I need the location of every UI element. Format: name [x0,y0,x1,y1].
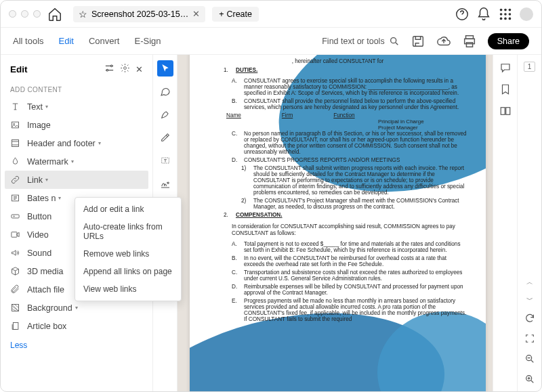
rotate-icon[interactable] [524,313,535,325]
tab-title: Screenshot 2025-03-15… [91,9,188,19]
search-placeholder: Find text or tools [322,37,384,46]
pdf-page: , hereinafter called CONSULTANT for1.DUT… [190,55,486,392]
bookmark-icon[interactable] [499,83,512,95]
page-down-icon[interactable]: ﹀ [526,295,533,305]
svg-point-10 [390,37,396,43]
close-panel-icon[interactable]: ✕ [136,64,143,74]
submenu-remove-web-links[interactable]: Remove web links [75,245,181,263]
svg-point-5 [504,13,507,16]
svg-point-2 [504,8,507,11]
pen-tool[interactable] [157,106,173,123]
gear-icon[interactable] [120,63,130,75]
svg-point-15 [110,65,112,67]
print-icon[interactable] [462,34,477,49]
home-icon[interactable] [47,7,62,22]
sidebar-item-label: Text [27,102,43,112]
sidebar-item-background[interactable]: Background▾ [1,299,152,317]
svg-rect-18 [12,122,19,128]
less-toggle[interactable]: Less [1,335,152,355]
attach-icon [10,284,20,295]
submenu-auto-create-links-from-urls[interactable]: Auto-create links from URLs [75,218,181,245]
text-icon [10,102,20,112]
svg-point-16 [106,69,108,71]
fit-icon[interactable] [524,333,535,345]
textbox-tool[interactable] [157,152,173,169]
sidebar-item-text[interactable]: Text▾ [1,97,152,116]
sidebar-item-label: Link [27,175,43,185]
cloud-upload-icon[interactable] [436,34,451,49]
svg-rect-32 [505,108,509,115]
window-controls[interactable] [9,10,41,18]
svg-point-1 [500,8,503,11]
svg-point-8 [504,17,507,20]
watermark-icon [10,156,20,167]
sliders-icon[interactable] [104,63,114,75]
create-tab[interactable]: + Create [212,7,259,22]
highlight-tool[interactable] [157,129,173,146]
sidebar-item-image[interactable]: Image [1,116,152,134]
zoom-out-icon[interactable] [524,353,535,366]
sidebar-item-label: Image [27,121,51,130]
article-box-icon [10,321,20,331]
menu-convert[interactable]: Convert [89,36,120,46]
panel-title: Edit [10,64,99,74]
plus-icon: + [219,9,224,19]
search-box[interactable]: Find text or tools [322,36,399,47]
chevron-down-icon: ▾ [45,177,48,183]
right-rail-tools [493,55,517,392]
traffic-max[interactable] [33,10,41,18]
submenu-view-web-links[interactable]: View web links [75,280,181,298]
save-icon[interactable] [411,34,425,49]
chevron-down-icon: ▾ [45,104,48,110]
svg-point-6 [509,13,512,16]
help-icon[interactable] [455,7,470,22]
svg-rect-24 [12,232,17,238]
sidebar-item-link[interactable]: Link▾ [5,171,148,189]
svg-rect-20 [12,140,19,147]
traffic-close[interactable] [9,10,16,18]
page-number-input[interactable]: 1 [524,62,536,72]
apps-icon[interactable] [498,7,513,22]
3d-icon [10,266,20,276]
menu-edit[interactable]: Edit [59,36,74,46]
add-content-label: ADD CONTENT [1,82,152,97]
sidebar-item-label: Watermark [27,157,68,167]
document-viewport[interactable]: , hereinafter called CONSULTANT for1.DUT… [178,55,493,392]
right-rail-nav: 1 ︿ ﹀ [517,55,541,392]
svg-rect-11 [413,36,423,46]
svg-point-17 [124,67,127,70]
menu-esign[interactable]: E-Sign [134,36,161,46]
menu-all-tools[interactable]: All tools [13,36,44,46]
traffic-min[interactable] [21,10,28,18]
document-tab[interactable]: ☆ Screenshot 2025-03-15… ✕ [73,6,205,22]
submenu-add-or-edit-a-link[interactable]: Add or edit a link [75,200,181,218]
share-button[interactable]: Share [488,33,529,49]
compare-icon[interactable] [499,105,512,117]
submenu-append-all-links-on-page[interactable]: Append all links on page [75,263,181,280]
comment-tool[interactable] [157,83,173,100]
header-footer-icon [10,138,20,148]
sidebar-item-header-and-footer[interactable]: Header and footer▾ [1,134,152,152]
svg-rect-14 [466,42,472,46]
sidebar-item-label: Header and footer [27,139,96,148]
sidebar-item-label: 3D media [27,267,64,276]
arrow-tool[interactable] [157,60,173,77]
svg-point-4 [500,13,503,16]
bell-icon[interactable] [476,7,491,22]
svg-point-7 [500,17,503,20]
sidebar-item-article-box[interactable]: Article box [1,317,152,335]
sidebar-item-watermark[interactable]: Watermark▾ [1,152,152,171]
close-tab-icon[interactable]: ✕ [192,9,200,19]
star-icon[interactable]: ☆ [79,9,87,20]
zoom-in-icon[interactable] [524,374,535,386]
create-label: Create [226,9,252,19]
link-submenu: Add or edit a linkAuto-create links from… [75,197,182,301]
page-up-icon[interactable]: ︿ [526,278,533,287]
sign-tool[interactable] [157,175,173,192]
sidebar-item-label: Video [27,230,49,240]
comment-panel-icon[interactable] [499,62,512,74]
chevron-down-icon: ▾ [75,305,78,311]
avatar[interactable] [520,7,533,21]
svg-rect-31 [501,108,505,115]
sidebar-item-label: Attach file [27,285,64,295]
